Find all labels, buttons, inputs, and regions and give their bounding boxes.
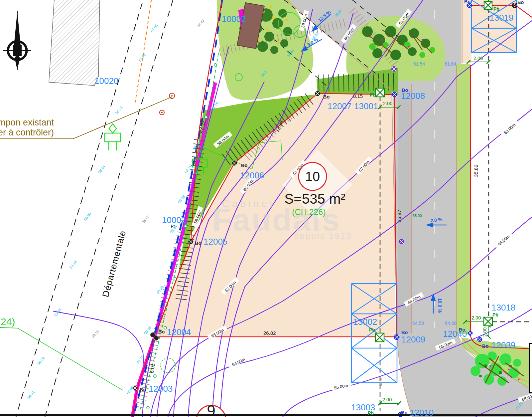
point-label-10020: 10020: [94, 76, 118, 86]
pb-tag: Pb: [492, 312, 498, 317]
bo-tag-blue: Bo: [401, 410, 407, 415]
point-label-13018: 13018: [491, 303, 515, 313]
bo-tag-blue: Bo: [401, 330, 408, 335]
bo-tag-blue: Bo: [459, 327, 465, 332]
dim-2-00: 2.00: [482, 327, 487, 337]
dim-26-82: 26.82: [263, 330, 276, 336]
pb-tag: Pb: [493, 6, 499, 12]
parcel-cadastre-ref: (CH.226): [292, 207, 326, 217]
point-label-12007: 12007: [328, 101, 351, 111]
dim-35-82: 35.82: [473, 164, 479, 177]
parcel-area: S=535 m²: [284, 191, 345, 207]
building-edge-bottom-right: [529, 343, 532, 393]
bo-tag-blue: Bo: [464, 0, 470, 4]
dim-2-00: 2.00: [471, 315, 481, 320]
point-label-12003: 12003: [149, 384, 173, 394]
elevation-61-64: 61.64: [445, 61, 456, 67]
note-line2: er à contrôler): [0, 127, 54, 137]
parcel-10-badge: 10: [299, 162, 327, 190]
bo-tag: Bo: [517, 0, 524, 5]
bo-tag: Bo: [158, 329, 165, 334]
pb-tag: Pb: [368, 410, 374, 416]
bo-tag: Bo: [241, 163, 247, 168]
elevation-64-58: 64.58: [412, 320, 424, 326]
point-label-12039: 12039: [491, 340, 515, 350]
point-label-12006: 12006: [240, 170, 264, 180]
pb-tag: Pb: [369, 327, 375, 332]
survey-site-plan: Cabinet Faudais depuis 1913: [0, 0, 532, 417]
bo-tag-blue: Bo: [482, 343, 488, 349]
point-label-13001: 13001: [354, 101, 378, 111]
elevation-64-68: 64.68: [445, 320, 457, 326]
point-label-10002-top: 10002: [222, 14, 246, 24]
hatched-building: [49, 0, 100, 86]
dim-2-00: 2.00: [382, 397, 392, 402]
point-label-13002: 13002: [353, 317, 377, 327]
dim-8-15: 8.15: [353, 93, 363, 99]
point-label-12010: 12010: [410, 408, 434, 417]
svg-text:depuis 1913: depuis 1913: [294, 231, 352, 241]
green-strip-right: [456, 64, 470, 335]
point-label-12005: 12005: [203, 237, 227, 247]
parcel-10-number: 10: [305, 169, 320, 184]
pt-tag: Pt: [239, 26, 243, 31]
slope-10-0: 10.0 %: [437, 298, 443, 313]
dim-2-00: 2.00: [383, 101, 392, 106]
point-label-13019: 13019: [489, 13, 513, 23]
parcel24-label: (24): [0, 316, 15, 327]
gray-mark: 66.02: [379, 377, 383, 386]
bo-tag: Bo: [323, 94, 330, 100]
pb-tag: Pb: [370, 92, 376, 98]
bo-tag: Bo: [195, 241, 201, 246]
point-label-10002-left: 10002: [162, 215, 186, 225]
green-elevation: 65.00: [413, 214, 422, 218]
elevation-61-54: 61.54: [413, 61, 425, 67]
dim-26-87: 26.87: [396, 210, 402, 222]
dim-2-00: 2.00: [473, 56, 483, 61]
point-label-12004: 12004: [167, 327, 191, 337]
bo-tag-blue: Bo: [402, 88, 408, 93]
point-label-12009: 12009: [401, 334, 425, 344]
bo-tag: Bo: [140, 387, 146, 392]
note-line1: mpon existant: [0, 117, 54, 127]
